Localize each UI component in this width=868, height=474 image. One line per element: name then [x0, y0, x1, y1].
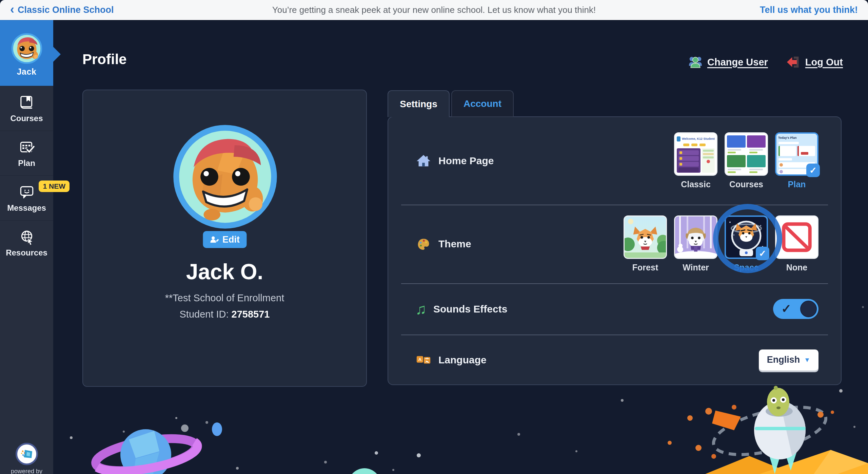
top-bar: ‹ Classic Online School You’re getting a… [0, 0, 868, 20]
student-name: Jack O. [83, 259, 366, 284]
home-option-plan[interactable]: Today's Plan ✓ Plan [775, 132, 818, 189]
home-option-courses[interactable]: Courses [725, 132, 768, 189]
home-page-label-group: Home Page [415, 153, 494, 169]
option-label: Classic [681, 179, 711, 189]
sidebar-item-label: Plan [18, 158, 35, 168]
classic-thumb-title: Welcome, K12 Student [682, 137, 715, 140]
student-id: Student ID:2758571 [83, 309, 366, 320]
svg-text:A: A [418, 357, 422, 362]
back-link-label: Classic Online School [18, 5, 114, 15]
profile-card: Edit Jack O. **Test School of Enrollment… [82, 90, 367, 387]
header-actions: Change User Log Out [688, 55, 843, 69]
messages-new-badge: 1 NEW [39, 181, 70, 192]
edit-avatar-button[interactable]: Edit [203, 231, 246, 248]
change-user-icon [688, 55, 703, 69]
avatar [11, 33, 42, 64]
sidebar-item-label: Messages [7, 203, 46, 213]
option-label: None [786, 263, 808, 272]
student-id-value: 2758571 [232, 309, 270, 320]
toggle-knob [800, 301, 817, 317]
feedback-link[interactable]: Tell us what you think! [760, 5, 858, 15]
palette-icon [415, 236, 432, 252]
powered-by-k12: powered by K12 [0, 443, 53, 474]
sidebar-item-label: Resources [6, 248, 47, 258]
log-out-link[interactable]: Log Out [786, 55, 843, 69]
page-root: ‹ Classic Online School You’re getting a… [0, 0, 868, 474]
page-title: Profile [82, 51, 127, 68]
caret-down-icon: ▼ [804, 356, 810, 364]
language-label: Language [438, 354, 487, 366]
change-user-link[interactable]: Change User [688, 55, 768, 69]
language-label-group: A Language [415, 352, 487, 368]
log-out-icon [786, 55, 801, 69]
theme-row: Theme [388, 205, 841, 283]
none-symbol-icon [776, 216, 817, 258]
log-out-label: Log Out [805, 57, 843, 68]
option-label: Space [734, 263, 759, 272]
sneak-peek-message: You’re getting a sneak peek at your new … [272, 5, 596, 15]
plan-thumb-title: Today's Plan [778, 136, 797, 139]
back-link[interactable]: ‹ Classic Online School [10, 5, 114, 16]
selected-check-icon: ✓ [756, 247, 769, 260]
language-dropdown[interactable]: English ▼ [759, 349, 818, 371]
chevron-left-icon: ‹ [10, 3, 14, 16]
option-label: Winter [683, 263, 709, 272]
toggle-check-icon: ✓ [781, 302, 791, 316]
theme-label-group: Theme [415, 236, 471, 252]
option-label: Plan [788, 179, 806, 189]
music-note-icon: ♫ [415, 302, 427, 317]
plan-calendar-icon [17, 139, 36, 156]
sidebar-item-plan[interactable]: Plan [0, 131, 53, 175]
change-user-label: Change User [707, 57, 768, 68]
option-label: Courses [729, 179, 763, 189]
powered-by-label: powered by [0, 468, 53, 474]
school-name: **Test School of Enrollment [83, 292, 366, 304]
globe-cursor-icon [17, 228, 36, 246]
language-row: A Language English ▼ [388, 335, 841, 385]
option-label: Forest [632, 263, 658, 272]
theme-label: Theme [438, 238, 471, 250]
translate-icon: A [415, 352, 432, 368]
sidebar-item-messages[interactable]: 1 NEW Messages [0, 175, 53, 220]
theme-option-forest[interactable]: Forest [624, 215, 667, 272]
home-option-classic[interactable]: Welcome, K12 Student Classic [674, 132, 717, 189]
theme-option-none[interactable]: None [775, 215, 818, 272]
sidebar-profile-name: Jack [0, 67, 53, 77]
book-icon [17, 94, 36, 112]
language-value: English [767, 355, 800, 365]
selected-check-icon: ✓ [806, 164, 820, 177]
sound-effects-label: Sounds Effects [433, 303, 507, 315]
student-id-label: Student ID: [180, 309, 229, 320]
user-edit-icon [210, 235, 219, 244]
sidebar-item-profile[interactable]: Jack [0, 20, 53, 86]
home-page-label: Home Page [438, 155, 494, 167]
edit-label: Edit [222, 234, 240, 245]
home-page-row: Home Page Welcome, K12 Student Classic [388, 117, 841, 205]
sidebar-item-resources[interactable]: Resources [0, 220, 53, 265]
k12-logo [16, 443, 38, 465]
profile-avatar [173, 124, 278, 229]
home-icon [415, 153, 432, 169]
theme-option-space[interactable]: ✓ Space [725, 215, 768, 272]
tab-account[interactable]: Account [451, 90, 514, 117]
sound-label-group: ♫ Sounds Effects [415, 302, 507, 317]
sidebar-item-label: Courses [10, 114, 43, 123]
sound-effects-toggle[interactable]: ✓ [773, 299, 818, 319]
chat-bubble-icon [17, 184, 36, 201]
home-page-options: Welcome, K12 Student Classic [674, 132, 818, 189]
main-content: Profile Change User Log Out [53, 20, 868, 474]
theme-options: Forest [624, 215, 818, 272]
tab-settings[interactable]: Settings [388, 90, 450, 117]
settings-panel: Home Page Welcome, K12 Student Classic [388, 116, 842, 385]
sidebar-item-courses[interactable]: Courses [0, 86, 53, 131]
sound-effects-row: ♫ Sounds Effects ✓ [388, 283, 841, 335]
theme-option-winter[interactable]: Winter [674, 215, 717, 272]
sidebar: Jack Courses Plan 1 NEW [0, 20, 53, 474]
